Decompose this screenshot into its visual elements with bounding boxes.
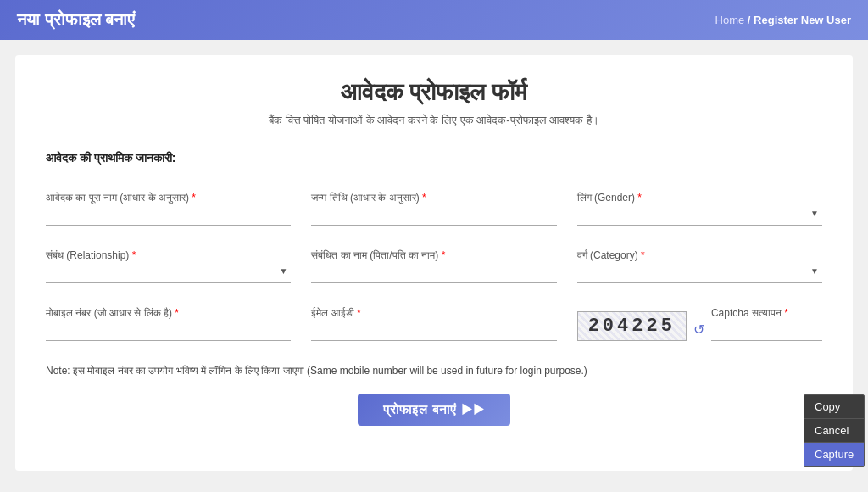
submit-button[interactable]: प्रोफाइल बनाएं ▶▶ <box>358 394 510 426</box>
form-row-2: संबंध (Relationship) * Father / पिता Hus… <box>46 249 822 283</box>
dob-input[interactable] <box>311 205 556 226</box>
captcha-group: 204225 ↺ Captcha सत्यापन * <box>577 307 822 341</box>
category-select-wrapper: General / सामान्य OBC SC ST <box>577 263 822 283</box>
gender-field: लिंग (Gender) * Male / पुरुष Female / मह… <box>577 192 822 226</box>
full-name-field: आवेदक का पूरा नाम (आधार के अनुसार) * <box>46 192 291 226</box>
context-menu-cancel[interactable]: Cancel <box>804 419 864 443</box>
form-title: आवेदक प्रोफाइल फॉर्म <box>46 79 822 107</box>
dob-field: जन्म तिथि (आधार के अनुसार) * <box>311 192 556 226</box>
category-select[interactable]: General / सामान्य OBC SC ST <box>577 263 822 283</box>
breadcrumb-separator: / <box>748 14 751 26</box>
email-field: ईमेल आईडी * <box>311 307 556 341</box>
form-subtitle: बैंक वित्त पोषित योजनाओं के आवेदन करने क… <box>46 114 822 127</box>
email-label: ईमेल आईडी * <box>311 307 556 319</box>
mobile-label: मोबाइल नंबर (जो आधार से लिंक है) * <box>46 307 291 319</box>
breadcrumb: Home / Register New User <box>715 14 851 26</box>
gender-select[interactable]: Male / पुरुष Female / महिला Other / अन्य <box>577 205 822 226</box>
page-header: नया प्रोफाइल बनाएं Home / Register New U… <box>0 0 868 40</box>
context-menu: Copy Cancel Capture <box>804 394 865 467</box>
relationship-field: संबंध (Relationship) * Father / पिता Hus… <box>46 249 291 283</box>
dob-label: जन्म तिथि (आधार के अनुसार) * <box>311 192 556 204</box>
breadcrumb-current: Register New User <box>754 14 851 26</box>
form-row-3: मोबाइल नंबर (जो आधार से लिंक है) * ईमेल … <box>46 307 822 341</box>
main-content: आवेदक प्रोफाइल फॉर्म बैंक वित्त पोषित यो… <box>15 55 853 471</box>
note-text: Note: इस मोबाइल नंबर का उपयोग भविष्य में… <box>46 365 822 377</box>
relative-name-field: संबंधित का नाम (पिता/पति का नाम) * <box>311 249 556 283</box>
captcha-field: 204225 ↺ Captcha सत्यापन * <box>577 307 822 341</box>
gender-select-wrapper: Male / पुरुष Female / महिला Other / अन्य <box>577 205 822 226</box>
captcha-label: Captcha सत्यापन * <box>711 307 822 319</box>
captcha-image: 204225 <box>577 311 687 341</box>
gender-label: लिंग (Gender) * <box>577 192 822 204</box>
context-menu-copy[interactable]: Copy <box>804 395 864 419</box>
email-input[interactable] <box>311 321 556 341</box>
mobile-field: मोबाइल नंबर (जो आधार से लिंक है) * <box>46 307 291 341</box>
relative-name-label: संबंधित का नाम (पिता/पति का नाम) * <box>311 249 556 261</box>
header-title: नया प्रोफाइल बनाएं <box>17 10 135 30</box>
captcha-input-wrapper: Captcha सत्यापन * <box>711 307 822 341</box>
context-menu-capture[interactable]: Capture <box>804 443 864 466</box>
full-name-input[interactable] <box>46 205 291 226</box>
breadcrumb-home[interactable]: Home <box>715 14 745 26</box>
relative-name-input[interactable] <box>311 263 556 283</box>
full-name-label: आवेदक का पूरा नाम (आधार के अनुसार) * <box>46 192 291 204</box>
relationship-label: संबंध (Relationship) * <box>46 249 291 261</box>
category-label: वर्ग (Category) * <box>577 249 822 261</box>
relationship-select-wrapper: Father / पिता Husband / पति <box>46 263 291 283</box>
section-heading: आवेदक की प्राथमिक जानकारी: <box>46 151 822 171</box>
refresh-captcha-icon[interactable]: ↺ <box>693 321 704 338</box>
submit-area: प्रोफाइल बनाएं ▶▶ <box>46 394 822 426</box>
form-row-1: आवेदक का पूरा नाम (आधार के अनुसार) * जन्… <box>46 192 822 226</box>
mobile-input[interactable] <box>46 321 291 341</box>
captcha-input[interactable] <box>711 321 822 341</box>
category-field: वर्ग (Category) * General / सामान्य OBC … <box>577 249 822 283</box>
relationship-select[interactable]: Father / पिता Husband / पति <box>46 263 291 283</box>
